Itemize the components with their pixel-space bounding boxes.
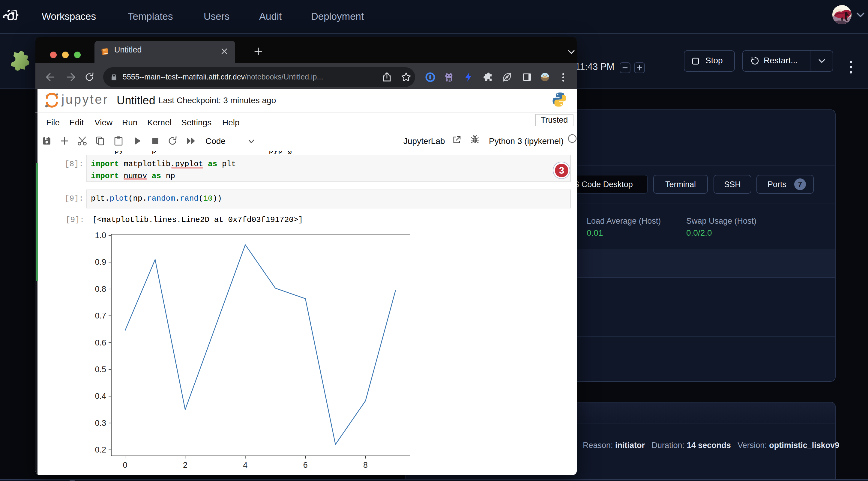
svg-text:0.7: 0.7	[95, 311, 106, 320]
svg-text:0.6: 0.6	[95, 338, 106, 347]
svg-text:0.4: 0.4	[95, 392, 106, 400]
svg-text:1.0: 1.0	[95, 231, 106, 240]
svg-text:0.9: 0.9	[95, 258, 106, 266]
svg-text:0.3: 0.3	[95, 419, 106, 428]
svg-text:0.2: 0.2	[95, 445, 106, 454]
svg-text:0.5: 0.5	[95, 365, 106, 374]
svg-text:0: 0	[123, 460, 127, 470]
svg-text:4: 4	[243, 460, 247, 470]
svg-text:6: 6	[303, 460, 308, 470]
svg-text:8: 8	[363, 460, 368, 470]
svg-text:2: 2	[183, 460, 187, 470]
svg-text:0.8: 0.8	[95, 285, 106, 294]
